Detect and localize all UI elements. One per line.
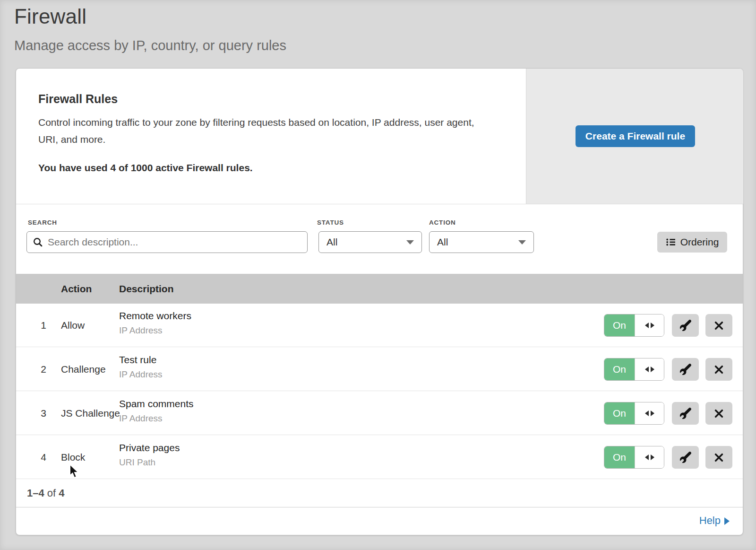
arrow-left-icon: [645, 410, 649, 416]
filters-bar: SEARCH STATUS All ACTION All: [16, 204, 743, 274]
delete-rule-button[interactable]: [705, 358, 732, 381]
usage-summary: You have used 4 of 1000 active Firewall …: [38, 162, 253, 174]
create-rule-panel: Create a Firewall rule: [526, 69, 743, 204]
firewall-page: Firewall Manage access by IP, country, o…: [0, 0, 756, 550]
pagination-total: 4: [59, 487, 64, 499]
pagination-range: 1–4 of 4: [27, 487, 65, 499]
pagination-of: of: [47, 487, 56, 499]
rule-row: 4 Block Private pages URI Path On: [16, 436, 743, 479]
rule-toggle[interactable]: On: [604, 314, 664, 337]
help-row: Help: [16, 508, 743, 536]
arrow-right-icon: [651, 367, 654, 372]
page-title: Firewall: [14, 5, 86, 28]
pagination: 1–4 of 4: [16, 480, 743, 507]
arrow-left-icon: [645, 454, 649, 460]
rule-match-type: URI Path: [119, 457, 155, 468]
rule-row: 1 Allow Remote workers IP Address On: [16, 304, 743, 347]
rule-action: Allow: [61, 304, 85, 347]
pagination-start-end: 1–4: [27, 487, 44, 499]
edit-rule-button[interactable]: [672, 446, 699, 469]
section-description: Control incoming traffic to your zone by…: [38, 114, 487, 148]
edit-rule-button[interactable]: [672, 402, 699, 425]
search-input[interactable]: [48, 236, 301, 248]
rule-description: Spam comments: [119, 398, 194, 410]
rule-action: Challenge: [61, 348, 106, 391]
column-action: Action: [61, 283, 92, 295]
section-title: Firewall Rules: [38, 92, 118, 106]
rule-match-type: IP Address: [119, 413, 163, 424]
arrow-right-icon: [651, 454, 654, 460]
rule-number: 3: [34, 392, 53, 435]
arrow-left-icon: [645, 367, 649, 372]
page-subtitle: Manage access by IP, country, or query r…: [14, 38, 286, 53]
search-icon: [33, 237, 43, 247]
rule-description: Remote workers: [119, 310, 191, 322]
search-box[interactable]: [26, 231, 308, 253]
rule-action: Block: [61, 436, 85, 479]
chevron-down-icon: [518, 240, 526, 244]
create-firewall-rule-button[interactable]: Create a Firewall rule: [576, 125, 695, 147]
rule-toggle[interactable]: On: [604, 358, 664, 381]
toggle-on-label: On: [604, 446, 635, 468]
status-select[interactable]: All: [318, 231, 422, 253]
delete-rule-button[interactable]: [705, 446, 732, 469]
help-label: Help: [699, 515, 721, 527]
rule-row: 2 Challenge Test rule IP Address On: [16, 348, 743, 391]
delete-rule-button[interactable]: [705, 402, 732, 425]
rule-toggle[interactable]: On: [604, 402, 664, 425]
close-icon: [714, 409, 724, 419]
help-arrow-icon: [724, 517, 730, 525]
rule-row: 3 JS Challenge Spam comments IP Address …: [16, 392, 743, 435]
toggle-drag-handle[interactable]: [635, 314, 664, 336]
arrow-right-icon: [651, 410, 654, 416]
action-select[interactable]: All: [429, 231, 534, 253]
toggle-on-label: On: [604, 358, 635, 380]
action-value: All: [437, 236, 448, 248]
arrow-right-icon: [651, 323, 654, 328]
ordering-label: Ordering: [680, 236, 719, 248]
delete-rule-button[interactable]: [705, 314, 732, 337]
list-ordering-icon: [666, 237, 676, 247]
edit-rule-button[interactable]: [672, 314, 699, 337]
chevron-down-icon: [406, 240, 414, 244]
close-icon: [714, 365, 724, 375]
rule-toggle[interactable]: On: [604, 446, 664, 469]
column-description: Description: [119, 283, 174, 295]
wrench-icon: [680, 452, 691, 463]
rule-match-type: IP Address: [119, 325, 163, 336]
wrench-icon: [680, 320, 691, 331]
wrench-icon: [680, 364, 691, 375]
arrow-left-icon: [645, 323, 649, 328]
rule-number: 4: [34, 436, 53, 479]
search-label: SEARCH: [28, 219, 57, 226]
close-icon: [714, 453, 724, 463]
intro-section: Firewall Rules Control incoming traffic …: [16, 69, 743, 204]
ordering-button[interactable]: Ordering: [657, 232, 727, 253]
status-label: STATUS: [317, 219, 344, 226]
toggle-drag-handle[interactable]: [635, 358, 664, 380]
close-icon: [714, 321, 724, 331]
help-link[interactable]: Help: [699, 515, 730, 527]
rule-match-type: IP Address: [119, 369, 163, 380]
table-header: Action Description: [16, 274, 743, 304]
rule-action: JS Challenge: [61, 392, 120, 435]
toggle-drag-handle[interactable]: [635, 446, 664, 468]
rule-number: 1: [34, 304, 53, 347]
toggle-on-label: On: [604, 314, 635, 336]
toggle-drag-handle[interactable]: [635, 402, 664, 424]
status-value: All: [326, 236, 337, 248]
rule-number: 2: [34, 348, 53, 391]
firewall-rules-card: Firewall Rules Control incoming traffic …: [16, 68, 743, 535]
intro-text-block: Firewall Rules Control incoming traffic …: [38, 69, 511, 204]
action-label: ACTION: [429, 219, 456, 226]
edit-rule-button[interactable]: [672, 358, 699, 381]
rule-description: Private pages: [119, 442, 180, 454]
rule-description: Test rule: [119, 354, 156, 366]
wrench-icon: [680, 408, 691, 419]
toggle-on-label: On: [604, 402, 635, 424]
